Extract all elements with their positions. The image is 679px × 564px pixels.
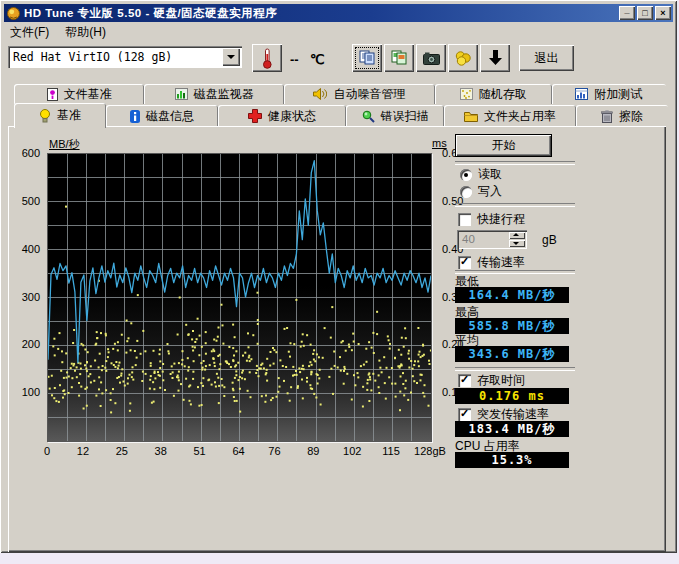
close-button[interactable]: ×	[655, 6, 671, 20]
transfer-rate-checkbox[interactable]: ✓ 传输速率	[458, 254, 525, 271]
menu-file[interactable]: 文件(F)	[4, 23, 55, 42]
camera-button[interactable]	[416, 44, 446, 72]
start-button[interactable]: 开始	[455, 134, 552, 157]
drive-select[interactable]: Red Hat VirtIO (128 gB)	[8, 46, 242, 68]
tab-label: 附加测试	[594, 86, 642, 103]
write-mode-radio[interactable]: 写入	[460, 183, 502, 200]
copy-results-button[interactable]	[352, 44, 382, 72]
radio-icon	[460, 169, 472, 181]
access-time-label: 存取时间	[477, 372, 525, 389]
tab-random-access[interactable]: 随机存取	[435, 84, 552, 104]
x-ticks: 012253851647689102115128gB	[47, 445, 467, 459]
tab-health[interactable]: 健康状态	[218, 105, 346, 127]
tab-label: 健康状态	[268, 108, 316, 125]
info-icon	[130, 110, 140, 123]
health-cross-icon	[248, 109, 262, 123]
spinner-buttons	[509, 232, 525, 247]
tab-label: 文件夹占用率	[484, 108, 556, 125]
save-down-arrow-icon	[488, 50, 503, 66]
copy-screenshot-icon	[391, 50, 408, 66]
tab-label: 错误扫描	[381, 108, 429, 125]
extra-tests-icon	[575, 88, 588, 100]
tick-label: 200	[22, 338, 40, 350]
burst-rate-value: 183.4 MB/秒	[455, 421, 569, 437]
title-bar: HD Tune 专业版 5.50 - 硬盘/固态硬盘实用程序 _ □ ×	[4, 4, 673, 22]
window-controls: _ □ ×	[619, 6, 671, 20]
short-stroke-checkbox[interactable]: 快捷行程	[458, 211, 525, 228]
donate-button[interactable]	[448, 44, 478, 72]
tick-label: 115	[376, 445, 406, 457]
tab-aam[interactable]: 自动噪音管理	[284, 84, 435, 104]
benchmark-chart	[47, 153, 432, 442]
transfer-rate-label: 传输速率	[477, 254, 525, 271]
maximize-button[interactable]: □	[637, 6, 653, 20]
y-left-axis-title: MB/秒	[49, 137, 80, 152]
short-stroke-size-spinner[interactable]: 40	[457, 230, 527, 249]
tick-label: 400	[22, 243, 40, 255]
camera-icon	[423, 52, 440, 65]
exit-button[interactable]: 退出	[519, 45, 574, 71]
chart-canvas	[48, 154, 431, 441]
tick-label: 51	[185, 445, 215, 457]
disk-monitor-icon	[175, 88, 188, 100]
tab-disk-monitor[interactable]: 磁盘监视器	[144, 84, 284, 104]
tab-erase[interactable]: 擦除	[576, 105, 668, 127]
tab-label: 文件基准	[64, 86, 112, 103]
cpu-usage-value: 15.3%	[455, 452, 569, 468]
tab-disk-info[interactable]: 磁盘信息	[106, 105, 218, 127]
copy-results-icon	[359, 50, 376, 66]
file-benchmark-icon	[47, 88, 58, 101]
thermometer-icon	[262, 48, 273, 69]
magnifier-icon	[362, 110, 375, 123]
separator	[455, 367, 575, 371]
temperature-value: --	[290, 52, 299, 67]
folder-icon	[464, 110, 478, 122]
random-access-icon	[460, 88, 473, 100]
tick-label: 25	[107, 445, 137, 457]
spinner-down-icon[interactable]	[509, 240, 525, 247]
lightbulb-icon	[39, 109, 51, 123]
min-value: 164.4 MB/秒	[455, 287, 569, 303]
tab-error-scan[interactable]: 错误扫描	[346, 105, 444, 127]
minimize-button[interactable]: _	[619, 6, 635, 20]
read-mode-radio[interactable]: 读取	[460, 166, 502, 183]
tab-extra-tests[interactable]: 附加测试	[552, 84, 666, 104]
read-mode-label: 读取	[478, 166, 502, 183]
copy-screenshot-button[interactable]	[384, 44, 414, 72]
tab-file-benchmark[interactable]: 文件基准	[14, 84, 144, 104]
dropdown-arrow-icon[interactable]	[222, 48, 240, 66]
avg-value: 343.6 MB/秒	[455, 346, 569, 362]
tick-label: 600	[22, 147, 40, 159]
tab-folder-usage[interactable]: 文件夹占用率	[444, 105, 576, 127]
tick-label: 12	[68, 445, 98, 457]
donate-coins-icon	[455, 51, 472, 66]
hdtune-app-icon	[7, 7, 20, 20]
access-time-checkbox[interactable]: ✓ 存取时间	[458, 372, 525, 389]
spinner-up-icon[interactable]	[509, 232, 525, 239]
benchmark-page: MB/秒 ms 600500400300200100 0.600.500.400…	[8, 126, 666, 552]
drive-select-value: Red Hat VirtIO (128 gB)	[13, 50, 172, 64]
checkbox-icon: ✓	[458, 256, 471, 269]
app-window: HD Tune 专业版 5.50 - 硬盘/固态硬盘实用程序 _ □ × 文件(…	[0, 0, 677, 553]
short-stroke-label: 快捷行程	[477, 211, 525, 228]
tab-row-primary: 基准 磁盘信息 健康状态 错误扫描	[14, 103, 668, 127]
tick-label: 128gB	[408, 445, 452, 457]
menu-help[interactable]: 帮助(H)	[59, 23, 112, 42]
tick-label: 500	[22, 195, 40, 207]
write-mode-label: 写入	[478, 183, 502, 200]
tick-label: 300	[22, 291, 40, 303]
checkbox-icon: ✓	[458, 374, 471, 387]
temperature-unit: ℃	[310, 52, 325, 67]
tick-label: 38	[146, 445, 176, 457]
tab-benchmark[interactable]: 基准	[14, 103, 106, 128]
tick-label: 0	[32, 445, 62, 457]
tab-label: 擦除	[619, 108, 643, 125]
checkbox-icon	[458, 213, 471, 226]
window-title: HD Tune 专业版 5.50 - 硬盘/固态硬盘实用程序	[24, 6, 277, 21]
temperature-button[interactable]	[252, 44, 282, 72]
tick-label: 76	[259, 445, 289, 457]
checkbox-icon: ✓	[458, 408, 471, 421]
save-button[interactable]	[480, 44, 510, 72]
speaker-icon	[313, 88, 327, 100]
spinner-value: 40	[462, 233, 475, 245]
